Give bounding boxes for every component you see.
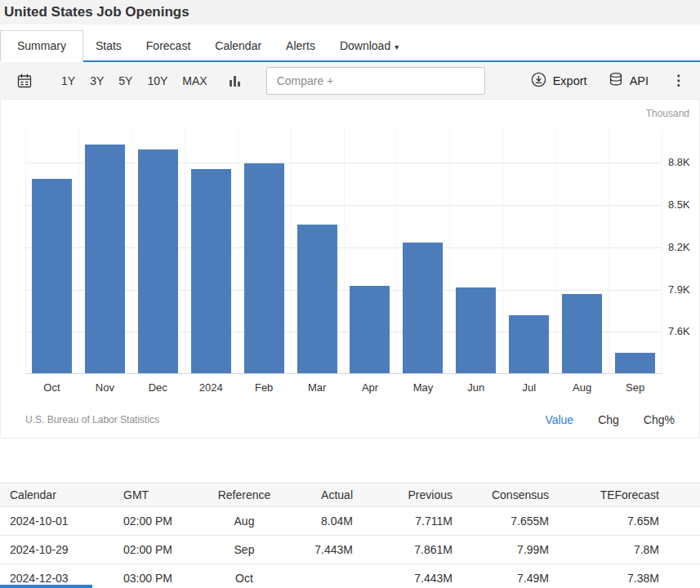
bar-slot <box>609 353 662 373</box>
tab-stats[interactable]: Stats <box>83 31 134 60</box>
date-range-calendar-icon[interactable] <box>13 69 36 92</box>
table-cell: 7.65M <box>555 507 700 536</box>
x-axis-tick: Oct <box>25 381 78 394</box>
bar-slot <box>396 243 449 373</box>
table-cell: 2024-10-29 <box>0 536 117 564</box>
tab-download[interactable]: Download▾ <box>328 31 411 60</box>
x-axis-tick: Mar <box>291 381 344 394</box>
plot-area <box>25 129 662 374</box>
bar-aug[interactable] <box>562 294 602 373</box>
chgpct-mode-link[interactable]: Chg% <box>644 413 675 426</box>
chart-plot-wrap: 8.8K8.5K8.2K7.9K7.6K <box>25 129 662 374</box>
column-header-reference: Reference <box>211 483 278 507</box>
table-cell: 2024-10-01 <box>0 507 117 536</box>
range-3y-button[interactable]: 3Y <box>82 69 111 92</box>
chevron-down-icon: ▾ <box>395 42 399 51</box>
x-axis-tick: Apr <box>344 381 397 394</box>
y-axis-tick: 8.2K <box>668 241 700 253</box>
table-cell: 7.655M <box>459 507 555 536</box>
bar-feb[interactable] <box>244 163 284 373</box>
range-5y-button[interactable]: 5Y <box>111 69 140 92</box>
table-cell: 7.711M <box>359 507 459 536</box>
calendar-table: CalendarGMTReferenceActualPreviousConsen… <box>0 483 700 588</box>
bar-slot <box>238 163 291 373</box>
database-icon <box>609 72 623 89</box>
bar-dec[interactable] <box>138 149 178 373</box>
table-row[interactable]: 2024-10-0102:00 PMAug8.04M7.711M7.655M7.… <box>0 507 700 536</box>
bar-sep[interactable] <box>615 353 655 373</box>
table-cell: 7.38M <box>555 564 700 588</box>
bar-apr[interactable] <box>350 286 390 373</box>
tab-calendar[interactable]: Calendar <box>203 31 274 60</box>
table-cell: 7.443M <box>278 536 359 564</box>
bar-nov[interactable] <box>85 145 125 373</box>
table-row[interactable]: 2024-10-2902:00 PMSep7.443M7.861M7.99M7.… <box>0 536 700 564</box>
x-axis-tick: Jul <box>502 381 555 394</box>
x-axis-tick: Nov <box>78 381 132 394</box>
vertical-gridline <box>662 129 662 374</box>
column-header-previous: Previous <box>359 483 459 507</box>
bar-slot <box>25 179 78 373</box>
y-axis-tick: 8.5K <box>668 198 700 211</box>
column-header-calendar: Calendar <box>0 483 117 507</box>
table-cell: 03:00 PM <box>117 564 211 588</box>
table-cell: 7.443M <box>359 564 459 588</box>
tab-alerts[interactable]: Alerts <box>274 31 328 60</box>
column-header-consensus: Consensus <box>459 483 555 507</box>
title-bar: United States Job Openings <box>0 0 700 24</box>
value-mode-link[interactable]: Value <box>545 413 573 426</box>
table-cell: 7.99M <box>459 536 555 564</box>
bar-slot <box>185 169 238 373</box>
chg-mode-link[interactable]: Chg <box>598 413 619 426</box>
more-options-icon[interactable]: ⋮ <box>662 70 690 91</box>
table-cell: 7.861M <box>359 536 459 564</box>
column-header-actual: Actual <box>278 483 359 507</box>
range-1y-button[interactable]: 1Y <box>54 69 82 92</box>
bar-may[interactable] <box>403 243 443 373</box>
table-cell: Aug <box>211 507 278 536</box>
bar-mar[interactable] <box>297 225 337 373</box>
x-axis-tick: Sep <box>609 381 662 394</box>
tab-bar: Summary Stats Forecast Calendar Alerts D… <box>0 24 700 62</box>
y-axis-tick: 7.9K <box>668 283 700 296</box>
column-header-gmt: GMT <box>117 483 211 507</box>
compare-input[interactable] <box>266 67 485 95</box>
bar-oct[interactable] <box>32 179 72 373</box>
bar-slot <box>344 286 397 373</box>
range-max-button[interactable]: MAX <box>175 69 214 92</box>
bar-slot <box>449 287 502 373</box>
x-axis-tick: May <box>396 381 449 394</box>
section-gap <box>0 439 700 483</box>
table-header-row: CalendarGMTReferenceActualPreviousConsen… <box>0 483 700 507</box>
export-button[interactable]: Export <box>523 67 595 95</box>
table-row[interactable]: 2024-12-0303:00 PMOct7.443M7.49M7.38M <box>0 564 700 588</box>
bar-2024[interactable] <box>191 169 231 373</box>
toolbar-right-group: Export API ⋮ <box>523 67 690 95</box>
table-cell <box>278 564 359 588</box>
bar-slot <box>555 294 609 373</box>
export-download-icon <box>531 72 546 90</box>
range-10y-button[interactable]: 10Y <box>140 69 175 92</box>
table-cell: 7.49M <box>459 564 555 588</box>
y-axis-tick: 8.8K <box>668 156 700 168</box>
bar-jun[interactable] <box>456 287 496 373</box>
y-axis-tick: 7.6K <box>668 325 700 337</box>
x-axis-tick: 2024 <box>185 381 238 394</box>
bar-slot <box>291 225 344 373</box>
page-title: United States Job Openings <box>4 4 693 20</box>
bar-jul[interactable] <box>509 315 549 373</box>
api-label: API <box>630 74 649 87</box>
bar-slot <box>132 149 185 373</box>
table-cell: 02:00 PM <box>117 536 211 564</box>
table-cell: Sep <box>211 536 278 564</box>
api-button[interactable]: API <box>600 67 657 94</box>
chart-panel: Thousand 8.8K8.5K8.2K7.9K7.6K OctNovDec2… <box>0 100 700 439</box>
x-axis-tick: Jun <box>449 381 502 394</box>
chart-type-icon[interactable] <box>230 75 240 87</box>
bottom-scroll-indicator <box>0 585 92 588</box>
bar-slot <box>78 145 132 373</box>
x-axis-labels: OctNovDec2024FebMarAprMayJunJulAugSep <box>25 374 662 394</box>
tab-forecast[interactable]: Forecast <box>134 31 203 60</box>
tab-summary[interactable]: Summary <box>0 30 83 62</box>
column-header-teforecast: TEForecast <box>555 483 700 507</box>
